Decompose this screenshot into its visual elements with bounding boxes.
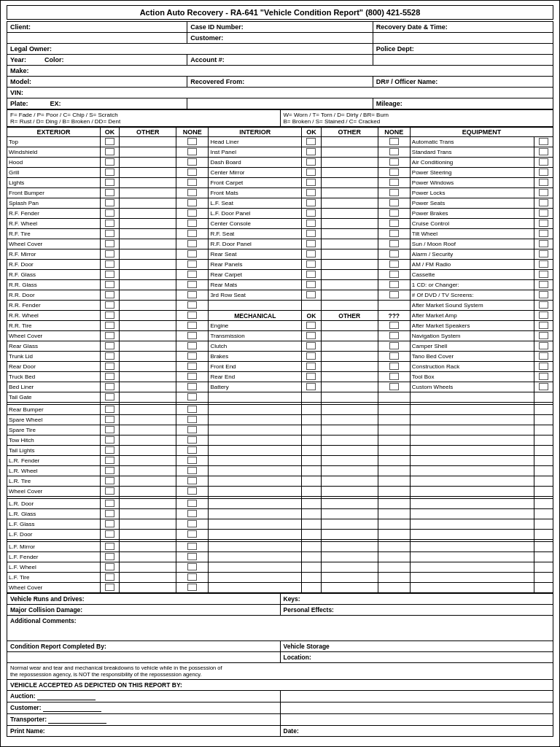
checkbox[interactable] [105,500,114,507]
exterior-ok[interactable] [100,530,119,540]
exterior-ok[interactable] [100,188,119,198]
interior-ok[interactable] [302,290,321,301]
interior-other[interactable] [321,290,378,301]
checkbox[interactable] [187,230,197,237]
exterior-none[interactable] [176,270,209,280]
checkbox[interactable] [105,383,114,390]
exterior-none[interactable] [176,290,209,301]
checkbox[interactable] [187,352,197,360]
exterior-none[interactable] [176,280,209,290]
checkbox[interactable] [539,158,548,166]
interior-none[interactable] [378,352,410,362]
exterior-other[interactable] [120,542,176,552]
exterior-other[interactable] [120,519,176,530]
interior-none[interactable] [378,552,410,562]
exterior-other[interactable] [120,168,176,178]
interior-none[interactable] [378,405,410,415]
exterior-ok[interactable] [100,290,119,301]
equipment-check[interactable] [534,499,553,509]
checkbox[interactable] [539,352,548,360]
exterior-none[interactable] [176,382,209,392]
checkbox[interactable] [105,406,114,413]
checkbox[interactable] [187,301,197,309]
auction-field[interactable] [37,692,96,700]
exterior-ok[interactable] [100,542,119,552]
checkbox[interactable] [105,260,114,268]
checkbox[interactable] [539,250,548,258]
checkbox[interactable] [539,199,548,206]
exterior-other[interactable] [120,573,176,583]
interior-other[interactable] [321,321,378,331]
interior-ok[interactable] [302,415,321,425]
interior-none[interactable] [378,509,410,519]
interior-other[interactable] [321,178,378,188]
exterior-ok[interactable] [100,466,119,476]
exterior-none[interactable] [176,188,209,198]
checkbox[interactable] [105,179,114,186]
exterior-ok[interactable] [100,219,119,229]
exterior-ok[interactable] [100,415,119,425]
exterior-ok[interactable] [100,321,119,331]
checkbox[interactable] [306,169,316,176]
checkbox[interactable] [187,138,197,145]
interior-ok[interactable] [302,198,321,209]
checkbox[interactable] [187,584,197,591]
exterior-other[interactable] [120,352,176,362]
interior-none[interactable] [378,341,410,352]
exterior-other[interactable] [120,552,176,562]
interior-ok[interactable] [302,509,321,519]
interior-none[interactable] [378,466,410,476]
exterior-other[interactable] [120,249,176,260]
checkbox[interactable] [306,158,316,166]
equipment-check[interactable] [534,290,553,301]
checkbox[interactable] [187,169,197,176]
checkbox[interactable] [389,169,399,176]
interior-ok[interactable] [302,137,321,147]
interior-ok[interactable] [302,542,321,552]
exterior-none[interactable] [176,362,209,372]
interior-none[interactable] [378,198,410,209]
checkbox[interactable] [389,352,399,360]
equipment-check[interactable] [534,466,553,476]
transporter-field[interactable] [48,716,106,724]
interior-ok[interactable] [302,249,321,260]
interior-none[interactable] [378,249,410,260]
exterior-ok[interactable] [100,362,119,372]
exterior-ok[interactable] [100,509,119,519]
exterior-ok[interactable] [100,405,119,415]
checkbox[interactable] [187,487,197,495]
checkbox[interactable] [187,393,197,400]
exterior-none[interactable] [176,331,209,341]
exterior-other[interactable] [120,331,176,341]
exterior-ok[interactable] [100,352,119,362]
checkbox[interactable] [105,426,114,433]
interior-other[interactable] [321,382,378,392]
interior-other[interactable] [321,198,378,209]
checkbox[interactable] [306,209,316,217]
checkbox[interactable] [539,230,548,237]
checkbox[interactable] [539,148,548,155]
checkbox[interactable] [306,220,316,227]
interior-none[interactable] [378,229,410,239]
checkbox[interactable] [539,260,548,268]
equipment-check[interactable] [534,519,553,530]
interior-none[interactable] [378,583,410,593]
exterior-ok[interactable] [100,446,119,456]
interior-ok[interactable] [302,552,321,562]
checkbox[interactable] [539,342,548,349]
interior-ok[interactable] [302,446,321,456]
checkbox[interactable] [306,383,316,390]
exterior-other[interactable] [120,209,176,219]
equipment-check[interactable] [534,198,553,209]
checkbox[interactable] [389,199,399,206]
checkbox[interactable] [539,179,548,186]
checkbox[interactable] [187,406,197,413]
exterior-other[interactable] [120,260,176,270]
exterior-none[interactable] [176,425,209,436]
exterior-ok[interactable] [100,425,119,436]
checkbox[interactable] [105,530,114,538]
checkbox[interactable] [539,311,548,319]
equipment-check[interactable] [534,249,553,260]
checkbox[interactable] [105,510,114,517]
exterior-other[interactable] [120,530,176,540]
